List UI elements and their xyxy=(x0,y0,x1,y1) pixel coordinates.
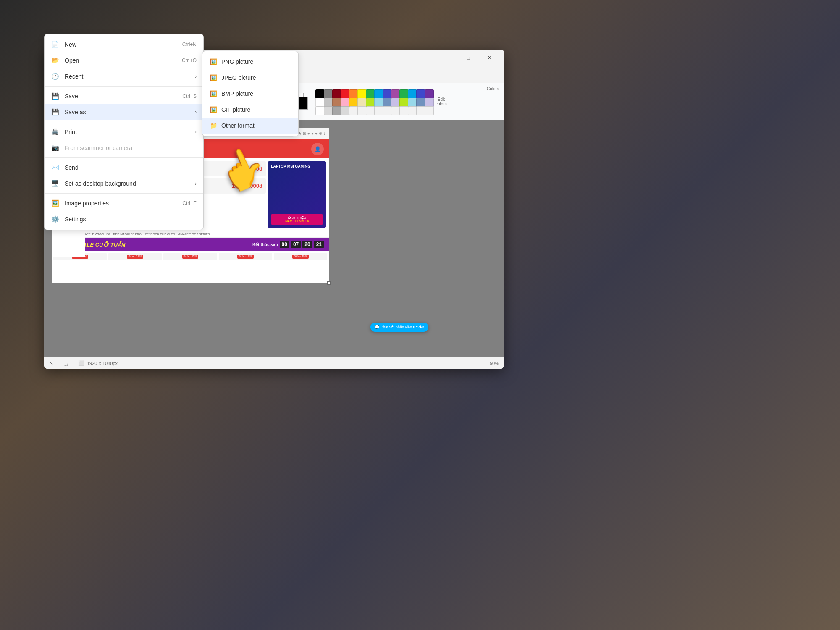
color-swatch-g9[interactable] xyxy=(391,106,400,116)
print-label: Print xyxy=(65,129,189,135)
new-label: New xyxy=(65,41,176,48)
color-swatch-lgray[interactable] xyxy=(324,98,333,107)
menu-item-send[interactable]: ✉️ Send xyxy=(45,160,203,176)
bmp-icon: 🖼️ xyxy=(210,90,217,97)
color-swatch-purple[interactable] xyxy=(391,89,400,99)
scanner-icon: 📷 xyxy=(51,144,59,152)
sale-item-3: Giảm 35% xyxy=(163,253,217,260)
sale-items-row: Giảm 23% Giảm 19% Giảm 35% Giảm 19% Giảm… xyxy=(52,251,329,262)
saveas-bmp[interactable]: 🖼️ BMP picture xyxy=(202,86,298,102)
color-swatch-sky[interactable] xyxy=(374,98,383,107)
color-swatch-g4[interactable] xyxy=(349,106,358,116)
close-button[interactable]: ✕ xyxy=(480,52,499,64)
color-swatch-g8[interactable] xyxy=(383,106,392,116)
color-swatch-orange[interactable] xyxy=(349,89,358,99)
menu-divider-2 xyxy=(45,122,203,122)
saveas-arrow: › xyxy=(195,109,197,115)
color-swatch-dred[interactable] xyxy=(332,89,341,99)
saveas-other[interactable]: 📁 Other format xyxy=(202,118,298,134)
menu-item-open[interactable]: 📂 Open Ctrl+O xyxy=(45,52,203,68)
saveas-gif[interactable]: 🖼️ GIF picture xyxy=(202,102,298,118)
maximize-button[interactable]: □ xyxy=(459,52,478,64)
color-swatch-indigo[interactable] xyxy=(383,89,392,99)
color-swatch-g6[interactable] xyxy=(366,106,375,116)
saveas-submenu: 🖼️ PNG picture 🖼️ JPEG picture 🖼️ BMP pi… xyxy=(202,51,299,136)
timer-hours: 00 xyxy=(280,241,289,248)
color-swatch-g11[interactable] xyxy=(408,106,417,116)
select-tool-status: ↖ xyxy=(49,360,53,366)
gif-label: GIF picture xyxy=(221,106,250,113)
dimensions-status: ⬜ 1920 × 1080px xyxy=(78,360,118,366)
color-swatch-white[interactable] xyxy=(315,98,325,107)
menu-divider-3 xyxy=(45,158,203,158)
color-swatch-pink[interactable] xyxy=(341,98,350,107)
color-swatch-cyan[interactable] xyxy=(408,89,417,99)
jpeg-icon: 🖼️ xyxy=(210,74,217,81)
color-swatch-purple2[interactable] xyxy=(425,89,434,99)
new-icon: 📄 xyxy=(51,41,59,48)
canvas-resize-handle[interactable] xyxy=(327,281,331,285)
hotsale-bar: Z HOTSALE CUỐI TUẦN Kết thúc sau 00 07 2… xyxy=(52,238,329,251)
color-swatch-cream[interactable] xyxy=(357,98,367,107)
color-swatch-slate2[interactable] xyxy=(416,98,425,107)
color-swatch-lavender[interactable] xyxy=(391,98,400,107)
color-swatch-green2[interactable] xyxy=(399,89,409,99)
color-swatch-sky2[interactable] xyxy=(408,98,417,107)
settings-icon: ⚙️ xyxy=(51,215,59,223)
saveas-label: Save as xyxy=(65,109,189,116)
color-swatch-wh1[interactable] xyxy=(315,106,325,116)
other-icon: 📁 xyxy=(210,122,217,129)
color-swatch-lime2[interactable] xyxy=(399,98,409,107)
sale-item-4: Giảm 19% xyxy=(219,253,272,260)
send-icon: ✉️ xyxy=(51,164,59,171)
color-swatch-g1[interactable] xyxy=(324,106,333,116)
color-swatch-blue[interactable] xyxy=(374,89,383,99)
color-swatch-lime[interactable] xyxy=(366,98,375,107)
color-swatch-g3[interactable] xyxy=(341,106,350,116)
chat-button[interactable]: 💬 Chat với nhân viên tư vấn xyxy=(370,323,428,332)
timer-seconds1: 20 xyxy=(302,241,312,248)
color-swatch-g12[interactable] xyxy=(416,106,425,116)
color-swatch-slate[interactable] xyxy=(383,98,392,107)
properties-label: Image properties xyxy=(65,200,176,207)
color-swatch-gold[interactable] xyxy=(349,98,358,107)
color-swatch-g7[interactable] xyxy=(374,106,383,116)
color-swatch-blue2[interactable] xyxy=(416,89,425,99)
saveas-png[interactable]: 🖼️ PNG picture xyxy=(202,54,298,70)
color-swatch-brown[interactable] xyxy=(332,98,341,107)
menu-item-properties[interactable]: 🖼️ Image properties Ctrl+E xyxy=(45,195,203,211)
color-swatch-yellow[interactable] xyxy=(357,89,367,99)
menu-item-saveas[interactable]: 💾 Save as › xyxy=(45,104,203,120)
menu-item-desktop[interactable]: 🖥️ Set as desktop background › xyxy=(45,176,203,192)
minimize-button[interactable]: ─ xyxy=(438,52,457,64)
save-icon: 💾 xyxy=(51,92,59,100)
color-swatch-red[interactable] xyxy=(341,89,350,99)
desktop-icon: 🖥️ xyxy=(51,180,59,187)
color-swatch-g2[interactable] xyxy=(332,106,341,116)
color-swatch-black[interactable] xyxy=(315,89,325,99)
menu-item-settings[interactable]: ⚙️ Settings xyxy=(45,211,203,227)
color-swatch-lav2[interactable] xyxy=(425,98,434,107)
rect-select-icon: ⬚ xyxy=(63,360,68,366)
open-icon: 📂 xyxy=(51,57,59,64)
color-swatch-g13[interactable] xyxy=(425,106,434,116)
print-arrow: › xyxy=(195,129,197,135)
color-swatch-g10[interactable] xyxy=(399,106,409,116)
color-swatch-g5[interactable] xyxy=(357,106,367,116)
menu-item-save[interactable]: 💾 Save Ctrl+S xyxy=(45,88,203,104)
window-controls: ─ □ ✕ xyxy=(438,52,499,64)
menu-divider-1 xyxy=(45,86,203,87)
menu-item-new[interactable]: 📄 New Ctrl+N xyxy=(45,37,203,52)
open-label: Open xyxy=(65,57,176,64)
desktop-arrow: › xyxy=(195,181,197,186)
recent-arrow: › xyxy=(195,74,197,79)
zoom-level: 50% xyxy=(490,361,499,366)
color-swatch-green[interactable] xyxy=(366,89,375,99)
desktop-label: Set as desktop background xyxy=(65,180,189,187)
menu-item-recent[interactable]: 🕐 Recent › xyxy=(45,68,203,84)
menu-item-print[interactable]: 🖨️ Print › xyxy=(45,124,203,140)
saveas-jpeg[interactable]: 🖼️ JPEG picture xyxy=(202,70,298,86)
recent-icon: 🕐 xyxy=(51,73,59,80)
color-swatch-dgray[interactable] xyxy=(324,89,333,99)
saveas-icon: 💾 xyxy=(51,108,59,116)
